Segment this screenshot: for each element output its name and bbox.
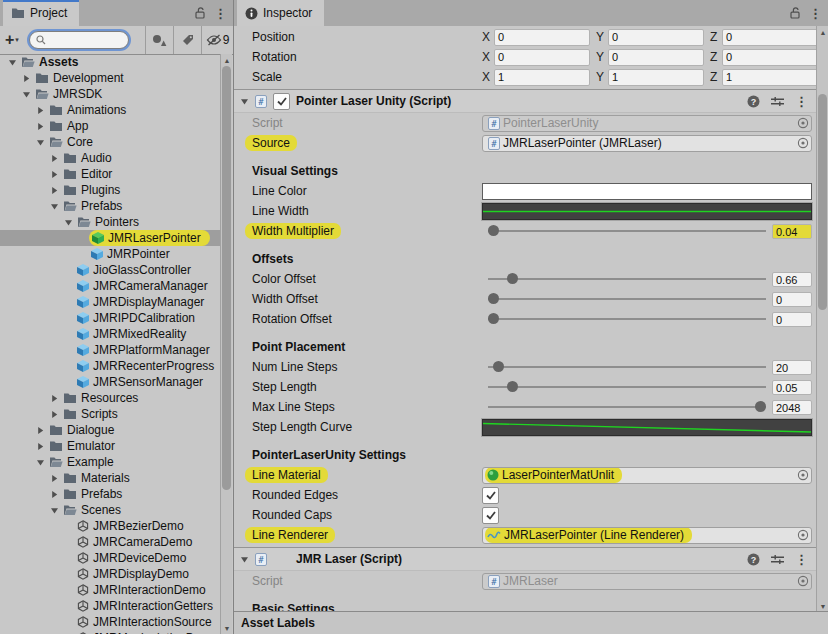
tree-item-emulator[interactable]: Emulator — [0, 438, 220, 454]
tree-item-pointers[interactable]: Pointers — [0, 214, 220, 230]
search-by-type-button[interactable] — [145, 26, 173, 54]
position-y-field[interactable]: 0 — [608, 29, 704, 46]
rotation-offset-slider[interactable] — [488, 312, 766, 326]
foldout-closed-icon[interactable] — [48, 394, 61, 403]
create-asset-button[interactable]: +▾ — [5, 32, 19, 48]
search-input[interactable] — [49, 33, 123, 47]
tree-item-jioglasscontroller[interactable]: JioGlassController — [0, 262, 220, 278]
slider-thumb[interactable] — [507, 273, 518, 284]
tree-item-jmrdisplaydemo[interactable]: JMRDisplayDemo — [0, 566, 220, 582]
foldout-open-icon[interactable] — [34, 138, 47, 147]
max-line-steps-value[interactable]: 2048 — [772, 400, 812, 415]
scale-z-field[interactable]: 1 — [722, 69, 816, 86]
rotation-z-field[interactable]: 0 — [722, 49, 816, 66]
tree-item-jmrcameramanager[interactable]: JMRCameraManager — [0, 278, 220, 294]
width-offset-value[interactable]: 0 — [772, 292, 812, 307]
object-picker-icon[interactable] — [795, 574, 811, 589]
tree-item-jmrdisplaymanager[interactable]: JMRDisplayManager — [0, 294, 220, 310]
foldout-open-icon[interactable] — [48, 506, 61, 515]
foldout-open-icon[interactable] — [6, 58, 19, 67]
foldout-closed-icon[interactable] — [48, 474, 61, 483]
color-offset-value[interactable]: 0.66 — [772, 272, 812, 287]
rotation-y-field[interactable]: 0 — [608, 49, 704, 66]
asset-labels-bar[interactable]: Asset Labels — [234, 611, 828, 634]
color-offset-slider[interactable] — [488, 272, 766, 286]
object-picker-icon[interactable] — [795, 136, 811, 151]
foldout-closed-icon[interactable] — [48, 410, 61, 419]
tree-item-development[interactable]: Development — [0, 70, 220, 86]
inspector-scrollbar[interactable]: ▲ ▼ — [816, 26, 828, 612]
line-material-field[interactable]: LaserPointerMatUnlit — [482, 467, 812, 484]
tree-item-jmrmanipulationdem[interactable]: JMRManipulationDem — [0, 630, 220, 634]
component-enabled-checkbox[interactable] — [273, 93, 290, 110]
script-field[interactable]: #JMRLaser — [482, 573, 812, 590]
tree-item-scenes[interactable]: Scenes — [0, 502, 220, 518]
script-field[interactable]: #PointerLaserUnity — [482, 115, 812, 132]
slider-thumb[interactable] — [488, 293, 499, 304]
tree-item-jmrsdk[interactable]: JMRSDK — [0, 86, 220, 102]
tree-item-app[interactable]: App — [0, 118, 220, 134]
tree-item-core[interactable]: Core — [0, 134, 220, 150]
foldout-closed-icon[interactable] — [34, 442, 47, 451]
source-field[interactable]: #JMRLaserPointer (JMRLaser) — [482, 135, 812, 152]
slider-thumb[interactable] — [755, 401, 766, 412]
presets-icon[interactable] — [771, 96, 784, 107]
foldout-open-icon[interactable] — [240, 97, 249, 106]
position-x-field[interactable]: 0 — [494, 29, 590, 46]
width-offset-slider[interactable] — [488, 292, 766, 306]
foldout-closed-icon[interactable] — [34, 426, 47, 435]
object-picker-icon[interactable] — [795, 468, 811, 483]
component-header-jmr-laser-script[interactable]: #JMR Laser (Script)?⋮ — [234, 547, 816, 571]
unlock-icon[interactable] — [790, 7, 801, 19]
tree-item-jmrrecenterprogress[interactable]: JMRRecenterProgress — [0, 358, 220, 374]
width-multiplier-slider[interactable] — [488, 224, 766, 238]
foldout-closed-icon[interactable] — [48, 170, 61, 179]
position-z-field[interactable]: 0 — [722, 29, 816, 46]
foldout-open-icon[interactable] — [48, 202, 61, 211]
tree-item-prefabs[interactable]: Prefabs — [0, 486, 220, 502]
rounded-edges-checkbox[interactable] — [482, 487, 499, 504]
tab-project[interactable]: Project — [3, 0, 79, 26]
foldout-closed-icon[interactable] — [34, 122, 47, 131]
tree-item-jmrcamerademo[interactable]: JMRCameraDemo — [0, 534, 220, 550]
tree-item-assets[interactable]: Assets — [0, 54, 220, 70]
tree-item-scripts[interactable]: Scripts — [0, 406, 220, 422]
presets-icon[interactable] — [771, 554, 784, 565]
foldout-open-icon[interactable] — [20, 90, 33, 99]
width-multiplier-value[interactable]: 0.04 — [772, 224, 812, 239]
rounded-caps-checkbox[interactable] — [482, 507, 499, 524]
foldout-closed-icon[interactable] — [34, 106, 47, 115]
step-length-slider[interactable] — [488, 380, 766, 394]
object-picker-icon[interactable] — [795, 116, 811, 131]
tree-item-editor[interactable]: Editor — [0, 166, 220, 182]
tree-item-jmrbezierdemo[interactable]: JMRBezierDemo — [0, 518, 220, 534]
tree-item-jmrplatformmanager[interactable]: JMRPlatformManager — [0, 342, 220, 358]
help-icon[interactable]: ? — [747, 553, 760, 566]
tree-item-jmripdcalibration[interactable]: JMRIPDCalibration — [0, 310, 220, 326]
line-color-color-field[interactable] — [482, 183, 812, 200]
step-length-curve-curve-field[interactable] — [482, 419, 812, 436]
max-line-steps-slider[interactable] — [488, 400, 766, 414]
tree-item-dialogue[interactable]: Dialogue — [0, 422, 220, 438]
scrollbar-thumb[interactable] — [222, 66, 231, 490]
tree-item-jmrinteractiondemo[interactable]: JMRInteractionDemo — [0, 582, 220, 598]
num-line-steps-slider[interactable] — [488, 360, 766, 374]
foldout-closed-icon[interactable] — [20, 74, 33, 83]
tree-item-resources[interactable]: Resources — [0, 390, 220, 406]
tab-inspector[interactable]: Inspector — [237, 0, 324, 26]
tree-item-materials[interactable]: Materials — [0, 470, 220, 486]
scale-x-field[interactable]: 1 — [494, 69, 590, 86]
hidden-packages-button[interactable]: 9 — [201, 26, 233, 54]
search-by-label-button[interactable] — [173, 26, 201, 54]
foldout-open-icon[interactable] — [62, 218, 75, 227]
scroll-down-icon[interactable]: ▼ — [221, 622, 233, 634]
tree-item-prefabs[interactable]: Prefabs — [0, 198, 220, 214]
tree-item-jmrinteractionsource[interactable]: JMRInteractionSource — [0, 614, 220, 630]
unlock-icon[interactable] — [195, 7, 206, 19]
scroll-up-icon[interactable]: ▲ — [817, 26, 828, 38]
kebab-menu-icon[interactable]: ⋮ — [795, 553, 808, 566]
help-icon[interactable]: ? — [747, 95, 760, 108]
slider-thumb[interactable] — [488, 313, 499, 324]
tree-item-jmrpointer[interactable]: JMRPointer — [0, 246, 220, 262]
scale-y-field[interactable]: 1 — [608, 69, 704, 86]
